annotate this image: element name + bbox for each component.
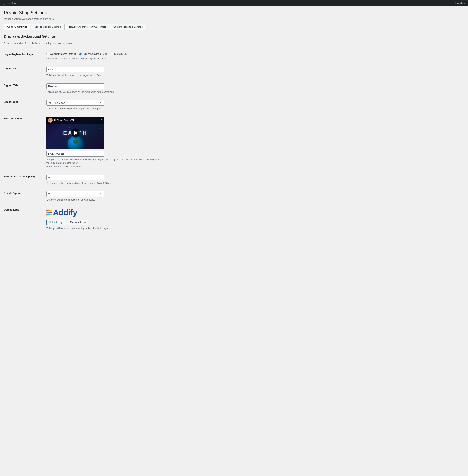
- table-row: Login Title This login title will be sho…: [4, 63, 209, 80]
- howdy-text: Howdy, a: [455, 2, 466, 5]
- new-menu[interactable]: + New: [9, 2, 16, 5]
- logo-dot: [50, 210, 52, 211]
- help-text-youtube-2: (https://www.youtube.com/watch?v=): [46, 165, 162, 168]
- field-label-login-title: Login Title: [4, 63, 46, 80]
- page-title: Private Shop Settings: [4, 10, 209, 16]
- play-triangle-icon: [74, 131, 78, 135]
- video-header: 🌍 Lil Dicky - Earth (Offi... ⋮: [46, 117, 104, 124]
- tab-manually-approve[interactable]: Manually Approve New Customers: [64, 24, 109, 30]
- radio-custom-url[interactable]: Custom URL: [111, 52, 129, 55]
- help-text-background: This is the page background of login/sig…: [46, 107, 162, 110]
- table-row: Form Background Opacity Please use value…: [4, 171, 209, 188]
- help-text-opacity: Please use values between 0 and 1 for ex…: [46, 181, 162, 185]
- signup-title-input[interactable]: [46, 83, 104, 89]
- field-value-opacity: Please use values between 0 and 1 for ex…: [46, 171, 209, 188]
- logo-dot: [48, 214, 50, 215]
- upload-logo-button[interactable]: Upload Logo: [46, 219, 66, 225]
- radio-group-login-reg: WooCommerce Default Addify Designed Page…: [46, 52, 209, 55]
- logo-dot: [48, 210, 50, 211]
- tabs-container: General Settings Access Control Settings…: [4, 23, 209, 30]
- settings-table: Login/Registration Page WooCommerce Defa…: [4, 49, 209, 233]
- logo-buttons: Upload Logo Remove Logo: [46, 219, 209, 225]
- new-label: + New: [9, 2, 16, 5]
- field-value-background: YouTube Video Image Color None This is t…: [46, 97, 209, 113]
- help-text-login-title: This login title will be shown on the lo…: [46, 74, 162, 77]
- addify-logo: Addify: [46, 208, 209, 217]
- field-value-signup-title: This signup title will be shown on the r…: [46, 80, 209, 97]
- video-play-button[interactable]: [71, 128, 80, 138]
- radio-woocommerce-default[interactable]: WooCommerce Default: [46, 52, 76, 55]
- field-label-enable-signup: Enable Signup: [4, 188, 46, 205]
- field-label-signup-title: Signup Title: [4, 80, 46, 97]
- logo-dot: [50, 214, 52, 215]
- field-label-upload-logo: Upload Logo: [4, 205, 46, 233]
- tab-general-settings[interactable]: General Settings: [4, 24, 30, 30]
- youtube-video-id-input[interactable]: [46, 151, 104, 157]
- video-title: Lil Dicky - Earth (Offi...: [54, 119, 99, 121]
- help-text-login-reg: Choose which page you want to use for Lo…: [46, 57, 162, 61]
- field-label-background: Background: [4, 97, 46, 113]
- field-value-login-reg-page: WooCommerce Default Addify Designed Page…: [46, 49, 209, 64]
- logo-dot: [48, 212, 50, 213]
- field-label-opacity: Form Background Opacity: [4, 171, 46, 188]
- help-text-enable-signup: Enable or Disable registration for priva…: [46, 198, 162, 201]
- youtube-video-player[interactable]: 🌍 Lil Dicky - Earth (Offi... ⋮ EARTH: [46, 117, 104, 149]
- help-text-signup-title: This signup title will be shown on the r…: [46, 90, 162, 94]
- earth-circle: [68, 136, 83, 149]
- logo-preview: Addify: [46, 208, 209, 217]
- tab-custom-message[interactable]: Custom Message Settings: [110, 24, 146, 30]
- field-value-youtube: 🌍 Lil Dicky - Earth (Offi... ⋮ EARTH: [46, 113, 209, 171]
- field-label-login-reg-page: Login/Registration Page: [4, 49, 46, 64]
- table-row: Upload Logo Addify Upload Logo Remove Lo…: [4, 205, 209, 233]
- page-subtitle: Manage your private shop settings from h…: [4, 17, 209, 20]
- main-content: Private Shop Settings Manage your privat…: [0, 6, 213, 241]
- opacity-input[interactable]: [46, 175, 104, 180]
- help-text-upload-logo: This logo will be shown on the addify re…: [46, 227, 162, 230]
- addify-logo-text: Addify: [53, 208, 77, 217]
- radio-input-woocommerce[interactable]: [46, 53, 49, 55]
- login-title-input[interactable]: [46, 67, 104, 72]
- table-row: YouTube Video 🌍 Lil Dicky - Earth (Offi.…: [4, 113, 209, 171]
- radio-input-addify[interactable]: [79, 53, 82, 55]
- field-value-enable-signup: Yes No Enable or Disable registration fo…: [46, 188, 209, 205]
- radio-input-custom[interactable]: [111, 53, 113, 55]
- radio-addify-designed[interactable]: Addify Designed Page: [79, 52, 108, 55]
- table-row: Enable Signup Yes No Enable or Disable r…: [4, 188, 209, 205]
- field-value-login-title: This login title will be shown on the lo…: [46, 63, 209, 80]
- admin-bar: ⊞ + New Howdy, a: [0, 0, 468, 6]
- field-value-upload-logo: Addify Upload Logo Remove Logo This logo…: [46, 205, 209, 233]
- logo-dot: [46, 214, 48, 215]
- logo-dot: [50, 212, 52, 213]
- help-text-youtube-1: Add your YouTube video ID like (6lt2JfJd…: [46, 158, 162, 165]
- video-channel-avatar: 🌍: [48, 118, 53, 123]
- earth-land: [73, 140, 78, 144]
- table-row: Background YouTube Video Image Color Non…: [4, 97, 209, 113]
- section-description: Enter private shop form display and back…: [4, 42, 209, 45]
- remove-logo-button[interactable]: Remove Logo: [68, 219, 88, 225]
- video-options-icon[interactable]: ⋮: [100, 119, 103, 122]
- enable-signup-select[interactable]: Yes No: [46, 191, 104, 197]
- tab-access-control[interactable]: Access Control Settings: [31, 24, 64, 30]
- table-row: Signup Title This signup title will be s…: [4, 80, 209, 97]
- addify-dots-grid: [46, 210, 52, 215]
- logo-dot: [46, 210, 48, 211]
- wp-logo[interactable]: ⊞: [2, 1, 6, 5]
- logo-dot: [46, 212, 48, 213]
- field-label-youtube: YouTube Video: [4, 113, 46, 171]
- table-row: Login/Registration Page WooCommerce Defa…: [4, 49, 209, 64]
- section-title: Display & Background Settings: [4, 34, 209, 40]
- background-select[interactable]: YouTube Video Image Color None: [46, 100, 104, 106]
